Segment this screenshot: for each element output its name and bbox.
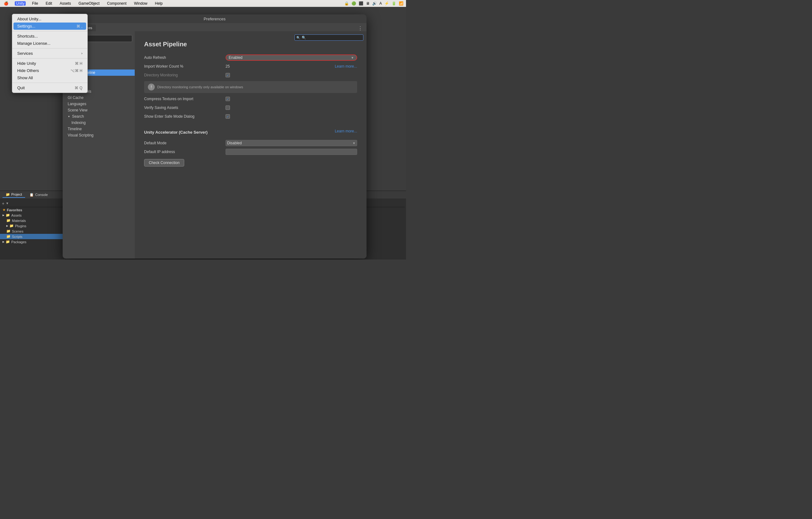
import-worker-label: Import Worker Count %: [144, 64, 226, 68]
manage-license-item[interactable]: Manage License...: [12, 40, 87, 47]
sidebar-item-languages[interactable]: Languages: [63, 101, 135, 107]
panel-title: Asset Pipeline: [144, 41, 357, 48]
search-triangle: ▼: [68, 115, 70, 118]
panel-search: 🔍: [294, 34, 364, 41]
preferences-window: Preferences ⚙ Preferences ⋮ General 2D: [63, 14, 367, 258]
help-menu[interactable]: Help: [153, 1, 164, 6]
assets-menu[interactable]: Assets: [58, 1, 72, 6]
gameobject-menu[interactable]: GameObject: [77, 1, 100, 6]
compress-textures-row: Compress Textures on Import: [144, 95, 357, 102]
component-menu[interactable]: Component: [106, 1, 128, 6]
favorites-item[interactable]: ★ Favorites: [0, 207, 65, 213]
default-mode-dropdown[interactable]: Disabled ▼: [226, 140, 357, 146]
project-panel: + ▼ ★ Favorites ▶ 📁 Assets 📁 Materials: [0, 199, 66, 260]
dropdown-menu: About Unity... Settings... ⌘ , Shortcuts…: [12, 14, 88, 93]
directory-monitoring-label: Directory Monitoring: [144, 73, 226, 77]
directory-monitoring-row: Directory Monitoring: [144, 72, 357, 79]
project-add-button[interactable]: +: [2, 201, 4, 206]
tab-more-button[interactable]: ⋮: [356, 25, 364, 31]
packages-folder-icon: 📁: [6, 240, 10, 244]
divider-3: [12, 58, 87, 59]
compress-textures-checkbox[interactable]: [226, 97, 230, 101]
hide-unity-shortcut: ⌘ H: [75, 61, 82, 66]
scenes-folder-icon: 📁: [6, 229, 11, 233]
check-connection-button[interactable]: Check Connection: [144, 159, 184, 166]
services-item[interactable]: Services ›: [12, 50, 87, 57]
scripts-folder-icon: 📁: [6, 235, 11, 239]
plugins-expand-arrow: ▶: [6, 224, 8, 227]
show-safe-mode-row: Show Enter Safe Mode Dialog: [144, 113, 357, 120]
verify-saving-checkbox[interactable]: [226, 105, 230, 110]
warning-box: ! Directory monitoring currently only av…: [144, 81, 357, 93]
default-mode-label: Default Mode: [144, 141, 226, 145]
import-worker-row: Import Worker Count % 25 Learn more...: [144, 63, 357, 70]
shortcuts-item[interactable]: Shortcuts...: [12, 33, 87, 40]
window-title: Preferences: [204, 17, 226, 21]
settings-shortcut: ⌘ ,: [77, 24, 82, 29]
services-arrow: ›: [82, 52, 82, 55]
show-safe-mode-checkbox[interactable]: [226, 114, 230, 119]
directory-monitoring-checkbox[interactable]: [226, 73, 230, 77]
hide-unity-item[interactable]: Hide Unity ⌘ H: [12, 60, 87, 67]
sidebar-item-visual-scripting[interactable]: Visual Scripting: [63, 132, 135, 139]
settings-item[interactable]: Settings... ⌘ ,: [13, 23, 86, 30]
assets-item[interactable]: ▶ 📁 Assets: [0, 213, 65, 218]
materials-folder-icon: 📁: [6, 218, 11, 222]
apple-menu[interactable]: 🍎: [2, 1, 10, 6]
hide-others-shortcut: ⌥⌘ H: [70, 68, 82, 73]
window-menu[interactable]: Window: [133, 1, 149, 6]
sidebar-item-search[interactable]: ▼ Search: [63, 113, 135, 120]
accelerator-title: Unity Accelerator (Cache Server): [144, 130, 208, 134]
sidebar-item-indexing[interactable]: Indexing: [63, 120, 135, 126]
project-arrow-button[interactable]: ▼: [6, 202, 9, 205]
import-worker-learn-more[interactable]: Learn more...: [335, 64, 357, 68]
warning-text: Directory monitoring currently only avai…: [157, 85, 243, 89]
unity-menu[interactable]: Unity: [15, 1, 26, 6]
scripts-item[interactable]: 📁 Scripts: [0, 234, 65, 239]
prefs-panel: 🔍 Asset Pipeline Auto Refresh Enabled ▼ …: [135, 31, 367, 258]
menu-bar-right: 🔒🟢⬛🖥🔊A⚡🔋📶: [344, 1, 404, 6]
quit-shortcut: ⌘ Q: [75, 86, 82, 90]
sidebar-item-gi-cache[interactable]: GI Cache: [63, 95, 135, 101]
tab-project[interactable]: 📁 Project: [2, 192, 25, 198]
editor-area: 📁 Project 📋 Console + ▼ ★ Favorites ▶: [0, 7, 406, 260]
packages-expand-arrow: ▶: [2, 240, 4, 243]
show-all-item[interactable]: Show All: [12, 74, 87, 81]
compress-textures-label: Compress Textures on Import: [144, 97, 226, 101]
plugins-item[interactable]: ▶ 📁 Plugins: [0, 223, 65, 228]
file-menu[interactable]: File: [31, 1, 39, 6]
quit-item[interactable]: Quit ⌘ Q: [12, 84, 87, 91]
assets-expand-arrow: ▶: [2, 214, 4, 217]
auto-refresh-dropdown[interactable]: Enabled ▼: [226, 55, 357, 61]
scenes-item[interactable]: 📁 Scenes: [0, 228, 65, 234]
panel-search-icon: 🔍: [296, 36, 300, 39]
default-mode-arrow: ▼: [352, 142, 355, 145]
plugins-folder-icon: 📁: [9, 224, 14, 228]
verify-saving-row: Verify Saving Assets: [144, 104, 357, 111]
accelerator-learn-more[interactable]: Learn more...: [335, 129, 357, 133]
auto-refresh-arrow: ▼: [351, 56, 354, 59]
hide-others-item[interactable]: Hide Others ⌥⌘ H: [12, 67, 87, 74]
panel-search-input[interactable]: [294, 34, 364, 41]
window-titlebar: Preferences: [63, 14, 367, 23]
tab-bar: ⚙ Preferences ⋮: [63, 23, 367, 31]
tab-console[interactable]: 📋 Console: [26, 192, 51, 197]
default-ip-label: Default IP address: [144, 150, 226, 154]
import-worker-value: 25: [226, 64, 331, 68]
project-toolbar: + ▼: [0, 200, 65, 207]
materials-item[interactable]: 📁 Materials: [0, 218, 65, 223]
about-unity-item[interactable]: About Unity...: [12, 16, 87, 23]
auto-refresh-row: Auto Refresh Enabled ▼: [144, 54, 357, 61]
sidebar-item-scene-view[interactable]: Scene View: [63, 107, 135, 113]
menu-bar: 🍎 Unity File Edit Assets GameObject Comp…: [0, 0, 406, 7]
divider-2: [12, 48, 87, 49]
packages-item[interactable]: ▶ 📁 Packages: [0, 239, 65, 244]
default-ip-input[interactable]: [226, 149, 357, 155]
edit-menu[interactable]: Edit: [45, 1, 54, 6]
sidebar-item-timeline[interactable]: Timeline: [63, 126, 135, 132]
assets-folder-icon: 📁: [6, 213, 10, 217]
verify-saving-label: Verify Saving Assets: [144, 105, 226, 110]
default-mode-row: Default Mode Disabled ▼: [144, 140, 357, 147]
show-safe-mode-label: Show Enter Safe Mode Dialog: [144, 114, 226, 119]
divider-4: [12, 83, 87, 83]
